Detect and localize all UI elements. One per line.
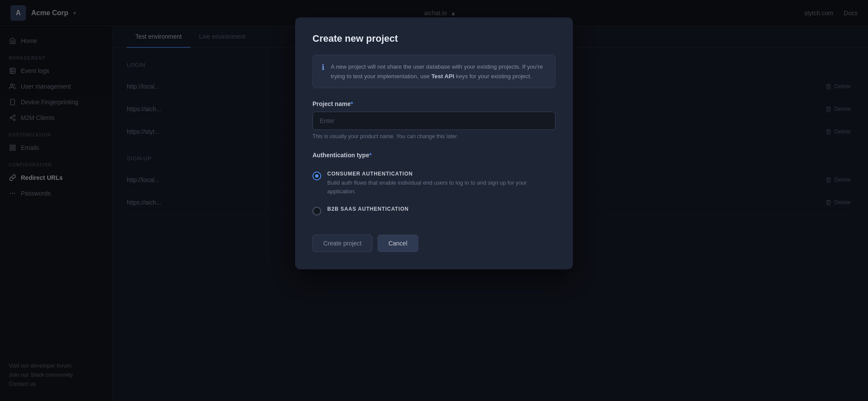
create-project-modal: Create new project ℹ A new project will … — [295, 17, 573, 269]
radio-b2b-circle — [312, 207, 321, 215]
consumer-auth-title: CONSUMER AUTHENTICATION — [327, 171, 556, 177]
b2b-auth-title: B2B SAAS AUTHENTICATION — [327, 206, 409, 212]
radio-b2b-content: B2B SAAS AUTHENTICATION — [327, 206, 409, 214]
auth-required-star: * — [369, 152, 372, 159]
create-project-button[interactable]: Create project — [312, 235, 372, 252]
radio-consumer-auth[interactable]: CONSUMER AUTHENTICATION Build auth flows… — [312, 166, 556, 201]
radio-dot — [315, 174, 319, 178]
radio-consumer-content: CONSUMER AUTHENTICATION Build auth flows… — [327, 171, 556, 196]
radio-b2b-auth[interactable]: B2B SAAS AUTHENTICATION — [312, 201, 556, 221]
info-box: ℹ A new project will not share the user … — [312, 55, 556, 88]
required-star: * — [351, 100, 353, 107]
project-name-hint: This is usually your product name. You c… — [312, 133, 556, 139]
radio-consumer-circle — [312, 172, 321, 180]
info-text: A new project will not share the user da… — [331, 62, 546, 81]
modal-title: Create new project — [312, 33, 556, 44]
modal-actions: Create project Cancel — [312, 235, 556, 252]
info-icon: ℹ — [322, 63, 325, 81]
info-highlight: Test API — [431, 73, 454, 80]
modal-overlay[interactable]: Create new project ℹ A new project will … — [0, 0, 868, 401]
project-name-label: Project name* — [312, 100, 556, 107]
auth-type-label: Authentication type* — [312, 152, 556, 159]
cancel-button[interactable]: Cancel — [378, 235, 418, 252]
project-name-input[interactable] — [312, 112, 556, 130]
consumer-auth-desc: Build auth flows that enable individual … — [327, 179, 556, 196]
